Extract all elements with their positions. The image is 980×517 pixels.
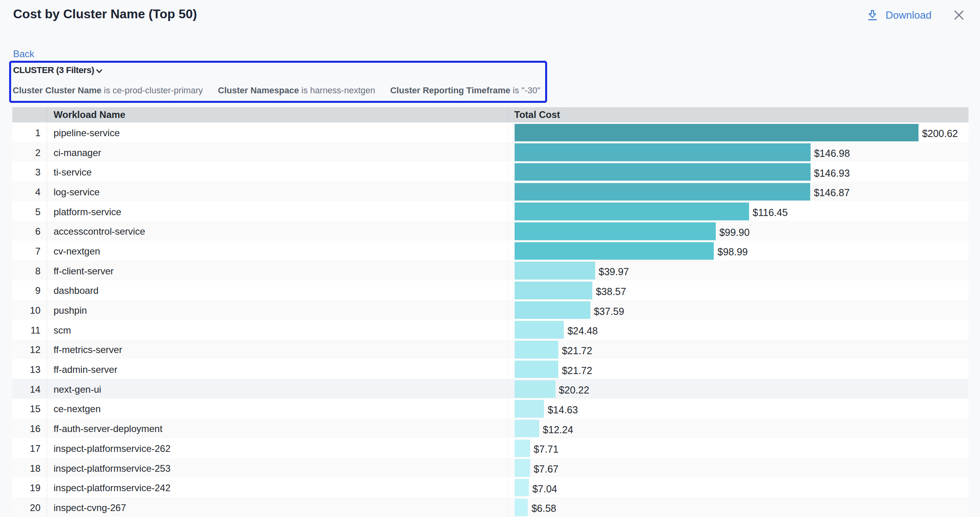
row-rank: 1: [12, 122, 47, 142]
table-row[interactable]: 10pushpin$37.59: [12, 300, 968, 320]
row-total-cost-cell: $116.45: [508, 201, 968, 221]
filter-annotation-box: CLUSTER (3 Filters) Cluster Cluster Name…: [9, 61, 547, 103]
row-workload-name: log-service: [47, 181, 508, 201]
filter-pill[interactable]: Cluster Namespace is harness-nextgen: [218, 85, 375, 96]
table-row[interactable]: 6accesscontrol-service$99.90: [12, 221, 968, 241]
cost-value-label: $21.72: [562, 345, 592, 357]
cost-bar: [515, 301, 590, 319]
cost-value-label: $24.48: [567, 325, 598, 337]
download-icon: [868, 10, 877, 21]
download-label: Download: [886, 9, 932, 21]
row-workload-name: inspect-platformservice-253: [47, 458, 508, 478]
row-total-cost-cell: $38.57: [508, 280, 968, 300]
cost-bar: [515, 242, 714, 260]
table-row[interactable]: 3ti-service$146.93: [12, 162, 968, 181]
row-rank: 17: [12, 438, 47, 458]
row-workload-name: inspect-cvng-267: [47, 497, 508, 517]
cost-value-label: $7.71: [534, 444, 559, 455]
cost-value-label: $99.90: [719, 227, 749, 238]
table-row[interactable]: 15ce-nextgen$14.63: [12, 399, 968, 419]
filter-pill[interactable]: Cluster Reporting Timeframe is "-30": [390, 85, 540, 96]
table-row[interactable]: 5platform-service$116.45: [12, 201, 968, 221]
table-row[interactable]: 13ff-admin-server$21.72: [12, 359, 968, 379]
row-total-cost-cell: $24.48: [508, 320, 968, 340]
cost-value-label: $39.97: [599, 266, 629, 278]
table-row[interactable]: 9dashboard$38.57: [12, 280, 968, 300]
table-row[interactable]: 17inspect-platformservice-262$7.71: [12, 438, 968, 458]
back-link[interactable]: Back: [13, 48, 34, 60]
cost-bar: [515, 262, 595, 280]
filter-label: Cluster Reporting Timeframe: [390, 85, 510, 95]
row-workload-name: ti-service: [47, 162, 508, 181]
cost-bar: [515, 341, 558, 359]
table-row[interactable]: 8ff-client-server$39.97: [12, 260, 968, 280]
cost-value-label: $12.24: [543, 424, 573, 436]
row-rank: 13: [12, 359, 47, 379]
filter-summary-dropdown[interactable]: CLUSTER (3 Filters): [13, 65, 102, 75]
row-total-cost-cell: $20.22: [508, 379, 968, 399]
row-total-cost-cell: $7.04: [508, 477, 968, 497]
row-total-cost-cell: $98.99: [508, 241, 968, 260]
filter-condition: is ce-prod-cluster-primary: [102, 85, 203, 95]
row-rank: 15: [12, 399, 47, 419]
cost-value-label: $7.04: [532, 483, 557, 495]
cost-bar: [515, 222, 716, 240]
row-rank: 6: [12, 221, 47, 241]
row-total-cost-cell: $21.72: [508, 359, 968, 379]
cost-value-label: $6.58: [531, 503, 556, 514]
cost-bar: [515, 183, 810, 201]
table-row[interactable]: 12ff-metrics-server$21.72: [12, 340, 968, 359]
cost-value-label: $116.45: [753, 207, 788, 218]
row-total-cost-cell: $21.72: [508, 340, 968, 359]
table-row[interactable]: 4log-service$146.87: [12, 181, 968, 201]
row-workload-name: scm: [47, 320, 508, 340]
chevron-down-icon: [96, 69, 102, 73]
row-rank: 11: [12, 320, 47, 340]
row-workload-name: inspect-platformservice-262: [47, 438, 508, 458]
cost-bar: [515, 479, 529, 497]
row-rank: 7: [12, 241, 47, 260]
row-total-cost-cell: $7.71: [508, 438, 968, 458]
filter-condition: is harness-nextgen: [299, 85, 375, 95]
table-row[interactable]: 7cv-nextgen$98.99: [12, 241, 968, 260]
row-total-cost-cell: $6.58: [508, 497, 968, 517]
row-workload-name: next-gen-ui: [47, 379, 508, 399]
table-row[interactable]: 1pipeline-service$200.62: [12, 122, 968, 142]
row-total-cost-cell: $146.98: [508, 142, 968, 162]
row-rank: 14: [12, 379, 47, 399]
row-rank: 9: [12, 280, 47, 300]
cost-bar: [515, 420, 539, 438]
cost-bar: [515, 400, 544, 418]
close-button[interactable]: [953, 9, 965, 21]
row-rank: 5: [12, 201, 47, 221]
row-workload-name: pushpin: [47, 300, 508, 320]
table-row[interactable]: 14next-gen-ui$20.22: [12, 379, 968, 399]
cost-value-label: $146.98: [814, 148, 850, 159]
row-workload-name: dashboard: [47, 280, 508, 300]
download-button[interactable]: Download: [868, 9, 932, 21]
filter-condition: is "-30": [510, 85, 540, 95]
row-workload-name: inspect-platformservice-242: [47, 477, 508, 497]
row-workload-name: ci-manager: [47, 142, 508, 162]
row-workload-name: accesscontrol-service: [47, 221, 508, 241]
row-rank: 10: [12, 300, 47, 320]
cost-value-label: $200.62: [922, 128, 958, 139]
row-rank: 20: [12, 497, 47, 517]
table-row[interactable]: 18inspect-platformservice-253$7.67: [12, 458, 968, 478]
cost-bar: [515, 203, 749, 220]
table-row[interactable]: 11scm$24.48: [12, 320, 968, 340]
table-row[interactable]: 19inspect-platformservice-242$7.04: [12, 477, 968, 497]
table-row[interactable]: 20inspect-cvng-267$6.58: [12, 497, 968, 517]
cost-bar: [515, 143, 811, 161]
row-workload-name: ce-nextgen: [47, 399, 508, 419]
row-total-cost-cell: $12.24: [508, 418, 968, 438]
table-row[interactable]: 16ff-auth-server-deployment$12.24: [12, 418, 968, 438]
row-workload-name: pipeline-service: [47, 122, 508, 142]
filter-pill[interactable]: Cluster Cluster Name is ce-prod-cluster-…: [13, 85, 203, 96]
row-rank: 19: [12, 477, 47, 497]
cost-value-label: $98.99: [717, 246, 747, 258]
table-row[interactable]: 2ci-manager$146.98: [12, 142, 968, 162]
cost-table: Workload Name Total Cost 1pipeline-servi…: [12, 107, 968, 517]
page-title: Cost by Cluster Name (Top 50): [13, 7, 197, 21]
cost-bar: [515, 459, 530, 477]
